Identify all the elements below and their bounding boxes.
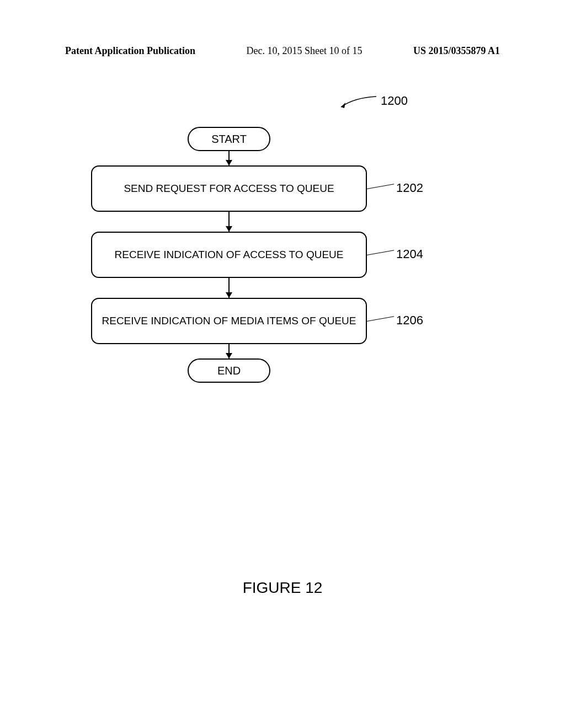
svg-marker-0 xyxy=(341,103,345,108)
header-publication: Patent Application Publication xyxy=(65,45,195,57)
figure-label: FIGURE 12 xyxy=(0,579,565,597)
process-step-3: RECEIVE INDICATION OF MEDIA ITEMS OF QUE… xyxy=(91,298,367,344)
end-terminator: END xyxy=(188,358,270,383)
step-ref-1: 1202 xyxy=(396,181,423,195)
start-terminator: START xyxy=(188,127,270,151)
arrowhead-icon xyxy=(226,226,232,232)
page-header: Patent Application Publication Dec. 10, … xyxy=(65,45,500,57)
lead-line xyxy=(367,250,394,255)
step-ref-2: 1204 xyxy=(396,247,423,261)
header-pub-number: US 2015/0355879 A1 xyxy=(413,45,500,57)
header-date-sheet: Dec. 10, 2015 Sheet 10 of 15 xyxy=(247,45,363,57)
lead-line xyxy=(367,184,394,189)
arrowhead-icon xyxy=(226,160,232,165)
reference-arrow-icon xyxy=(338,95,376,111)
lead-line xyxy=(367,316,394,322)
flowchart-ref-label: 1200 xyxy=(381,94,408,108)
arrowhead-icon xyxy=(226,353,232,358)
arrowhead-icon xyxy=(226,292,232,298)
process-step-2: RECEIVE INDICATION OF ACCESS TO QUEUE xyxy=(91,232,367,278)
process-step-1: SEND REQUEST FOR ACCESS TO QUEUE xyxy=(91,165,367,212)
step-ref-3: 1206 xyxy=(396,313,423,328)
